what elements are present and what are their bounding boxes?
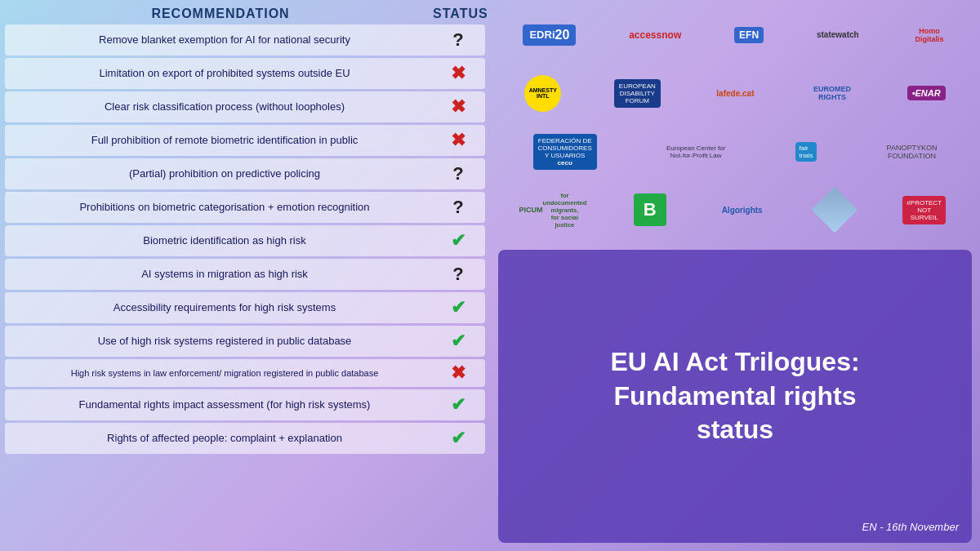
row-label: (Partial) prohibition on predictive poli… xyxy=(11,167,438,181)
row-label: Full prohibition of remote biometric ide… xyxy=(11,134,438,148)
row-status: ✖ xyxy=(438,63,479,84)
table-row: (Partial) prohibition on predictive poli… xyxy=(5,158,485,189)
row-status: ✖ xyxy=(438,130,479,151)
logo-row-2: AMNESTYINTL EUROPEANDISABILITYFORUM lafe… xyxy=(498,67,972,121)
table-row: High risk systems in law enforcement/ mi… xyxy=(5,359,485,387)
main-title: EU AI Act Trilogues: Fundamental rights … xyxy=(610,345,859,447)
table-row: Remove blanket exemption for AI for nati… xyxy=(5,24,485,56)
date-text: EN - 16th November xyxy=(862,521,960,533)
row-status: ✔ xyxy=(438,428,479,449)
row-status: ✔ xyxy=(438,230,479,251)
row-label: Fundamental rights impact assessment (fo… xyxy=(11,398,438,412)
logo-row-1: EDRi20 accessnow EFN statewatch HomoDigi… xyxy=(498,8,972,62)
statewatch-logo: statewatch xyxy=(813,27,862,42)
row-status: ✔ xyxy=(438,297,479,318)
efn-logo: EFN xyxy=(734,27,764,43)
table-row: Prohibitions on biometric categorisation… xyxy=(5,192,485,223)
table-rows: Remove blanket exemption for AI for nati… xyxy=(5,24,485,454)
title-area: EU AI Act Trilogues: Fundamental rights … xyxy=(498,250,972,543)
status-header: STATUS xyxy=(433,7,482,21)
picum-logo: PICUMfor undocumented migrants,for socia… xyxy=(524,189,581,232)
table-row: Clear risk classification process (witho… xyxy=(5,91,485,122)
row-status: ✔ xyxy=(438,331,479,352)
cecu-logo: FEDERACIÓN DECONSUMIDORESY USUARIOScecu xyxy=(533,134,597,170)
table-row: Full prohibition of remote biometric ide… xyxy=(5,125,485,156)
row-label: High risk systems in law enforcement/ mi… xyxy=(11,367,438,379)
fairtrials-logo: fairtrials xyxy=(795,142,817,162)
table-row: Fundamental rights impact assessment (fo… xyxy=(5,389,485,420)
row-status: ✔ xyxy=(438,394,479,415)
algorights-logo: Algorights xyxy=(719,202,766,218)
row-label: Biometric identification as high risk xyxy=(11,234,438,248)
logo-row-4: PICUMfor undocumented migrants,for socia… xyxy=(498,184,972,238)
table-row: Biometric identification as high risk✔ xyxy=(5,225,485,256)
protect-logo: #PROTECTNOTSURVEIL xyxy=(902,196,946,224)
row-label: AI systems in migration as high risk xyxy=(11,268,438,282)
table-row: Accessibility requirements for high risk… xyxy=(5,292,485,323)
right-panel: EDRi20 accessnow EFN statewatch HomoDigi… xyxy=(490,0,980,551)
table-row: Use of high risk systems registered in p… xyxy=(5,326,485,357)
row-status: ✖ xyxy=(438,362,479,384)
table-row: Rights of affected people: complaint + e… xyxy=(5,423,485,454)
row-status: ? xyxy=(438,29,479,51)
row-label: Use of high risk systems registered in p… xyxy=(11,335,438,349)
b-logo: B xyxy=(634,193,666,226)
amnesty-logo: AMNESTYINTL xyxy=(524,75,561,112)
recommendation-header: RECOMMENDATION xyxy=(8,7,433,21)
row-label: Remove blanket exemption for AI for nati… xyxy=(11,33,438,47)
ecnpl-logo: European Center forNot-for-Profit Law xyxy=(666,144,726,159)
table-row: Limitation on export of prohibited syste… xyxy=(5,58,485,89)
row-label: Clear risk classification process (witho… xyxy=(11,100,438,114)
accessnow-logo: accessnow xyxy=(626,26,684,44)
left-panel: RECOMMENDATION STATUS Remove blanket exe… xyxy=(0,0,490,551)
row-label: Limitation on export of prohibited syste… xyxy=(11,67,438,81)
euromed-logo: EUROMEDRIGHTS xyxy=(810,82,854,104)
panoptykon-logo: PANOPTYKONFOUNDATION xyxy=(887,144,938,160)
lafede-logo: lafede.cat xyxy=(713,86,757,101)
row-label: Rights of affected people: complaint + e… xyxy=(11,432,438,446)
homodigitalis-logo: HomoDigitalis xyxy=(912,24,947,47)
row-status: ? xyxy=(438,264,479,285)
edri-logo: EDRi20 xyxy=(523,24,576,46)
logos-area: EDRi20 accessnow EFN statewatch HomoDigi… xyxy=(490,0,980,245)
row-status: ? xyxy=(438,197,479,218)
diamond-logo xyxy=(811,187,858,233)
edf-logo: EUROPEANDISABILITYFORUM xyxy=(614,79,661,108)
row-status: ? xyxy=(438,163,479,184)
table-row: AI systems in migration as high risk? xyxy=(5,259,485,290)
table-header: RECOMMENDATION STATUS xyxy=(5,7,485,21)
row-label: Accessibility requirements for high risk… xyxy=(11,301,438,315)
enar-logo: •ENAR xyxy=(907,86,946,100)
logo-row-3: FEDERACIÓN DECONSUMIDORESY USUARIOScecu … xyxy=(498,125,972,179)
row-status: ✖ xyxy=(438,96,479,118)
row-label: Prohibitions on biometric categorisation… xyxy=(11,201,438,215)
